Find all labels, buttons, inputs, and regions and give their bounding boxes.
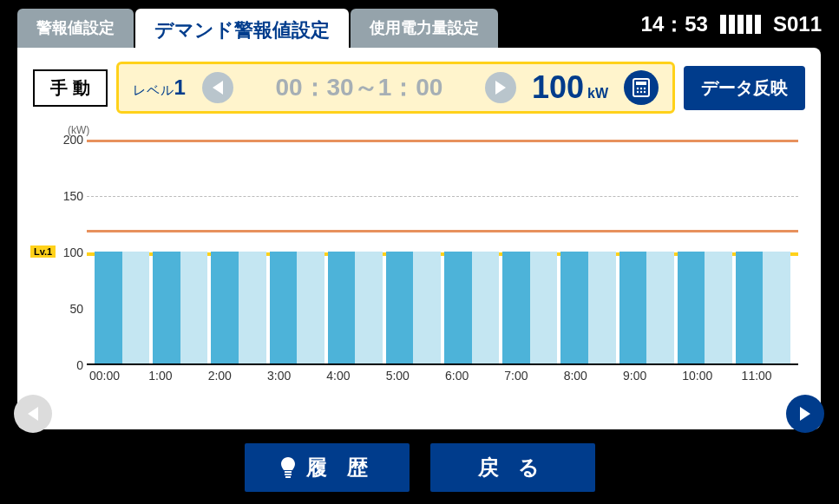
x-tick: 5:00 bbox=[383, 369, 442, 383]
bar-slot bbox=[734, 140, 792, 363]
bar-first-half bbox=[678, 252, 705, 363]
apply-button[interactable]: データ反映 bbox=[684, 66, 805, 110]
control-row: 手 動 レベル1 00：30～1：00 100kW データ反映 bbox=[33, 62, 805, 114]
bar-slot bbox=[384, 140, 442, 363]
svg-point-3 bbox=[640, 88, 642, 89]
time-range-display: 00：30～1：00 bbox=[249, 71, 469, 104]
screen-id: S011 bbox=[773, 12, 822, 36]
x-tick: 7:00 bbox=[501, 369, 560, 383]
chart: (kW) 050100150200 Lv.1 00:001:002:003:00… bbox=[33, 124, 805, 410]
bar-slot bbox=[501, 140, 559, 363]
chart-next-button[interactable] bbox=[786, 395, 824, 433]
calculator-button[interactable] bbox=[624, 70, 659, 105]
bar-slot bbox=[559, 140, 617, 363]
level-selector: レベル1 00：30～1：00 100kW bbox=[116, 62, 675, 114]
bar-slot bbox=[618, 140, 676, 363]
chart-prev-button[interactable] bbox=[14, 395, 52, 433]
bar-first-half bbox=[444, 252, 472, 363]
history-button[interactable]: 履 歴 bbox=[245, 443, 410, 492]
level-marker-badge: Lv.1 bbox=[30, 245, 56, 258]
svg-point-6 bbox=[640, 91, 642, 93]
bar-slot bbox=[676, 140, 734, 363]
time-prev-button[interactable] bbox=[202, 72, 233, 103]
calculator-icon bbox=[633, 78, 650, 97]
svg-point-7 bbox=[644, 91, 646, 93]
bar-group bbox=[93, 140, 792, 363]
tab-bar: 警報値設定 デマンド警報値設定 使用電力量設定 bbox=[17, 9, 500, 52]
x-tick: 9:00 bbox=[620, 369, 679, 383]
bar-first-half bbox=[619, 252, 647, 363]
bar-second-half bbox=[588, 252, 616, 363]
bar-first-half bbox=[211, 252, 239, 363]
signal-icon bbox=[720, 15, 761, 34]
x-tick: 6:00 bbox=[442, 369, 501, 383]
svg-rect-8 bbox=[285, 471, 292, 473]
x-tick: 3:00 bbox=[265, 369, 324, 383]
x-axis-ticks: 00:001:002:003:004:005:006:007:008:009:0… bbox=[87, 369, 798, 383]
status-bar: 14：53 S011 bbox=[641, 10, 822, 38]
tab-alarm-setting[interactable]: 警報値設定 bbox=[17, 9, 134, 52]
svg-point-4 bbox=[644, 88, 646, 89]
bar-slot bbox=[209, 140, 267, 363]
y-tick: 150 bbox=[33, 189, 83, 203]
bar-first-half bbox=[270, 252, 298, 363]
level-label: レベル1 bbox=[133, 75, 187, 100]
tab-demand-alarm-setting[interactable]: デマンド警報値設定 bbox=[135, 9, 349, 52]
bar-second-half bbox=[122, 252, 150, 363]
bar-second-half bbox=[297, 252, 324, 363]
x-tick: 11:00 bbox=[739, 369, 798, 383]
x-tick: 00:00 bbox=[87, 369, 146, 383]
bottom-button-row: 履 歴 戻 る bbox=[0, 443, 839, 492]
bar-second-half bbox=[763, 252, 790, 363]
svg-point-5 bbox=[637, 91, 639, 93]
bar-first-half bbox=[386, 252, 414, 363]
x-tick: 8:00 bbox=[561, 369, 620, 383]
bar-second-half bbox=[530, 252, 558, 363]
time-next-button[interactable] bbox=[485, 72, 516, 103]
tab-power-usage-setting[interactable]: 使用電力量設定 bbox=[351, 9, 498, 52]
bar-slot bbox=[151, 140, 209, 363]
bar-first-half bbox=[95, 252, 122, 363]
bar-first-half bbox=[153, 252, 180, 363]
bar-slot bbox=[93, 140, 151, 363]
bulb-icon bbox=[279, 456, 298, 479]
y-tick: 50 bbox=[33, 302, 83, 316]
plot-area bbox=[87, 140, 798, 365]
y-tick: 0 bbox=[33, 358, 83, 372]
svg-rect-10 bbox=[285, 476, 291, 478]
value-display: 100kW bbox=[532, 69, 608, 106]
bar-second-half bbox=[413, 252, 441, 363]
x-tick: 2:00 bbox=[206, 369, 265, 383]
x-tick: 1:00 bbox=[146, 369, 205, 383]
bar-slot bbox=[326, 140, 384, 363]
svg-point-2 bbox=[637, 88, 639, 89]
bar-slot bbox=[268, 140, 326, 363]
clock: 14：53 bbox=[641, 10, 708, 38]
back-button[interactable]: 戻 る bbox=[430, 443, 595, 492]
svg-rect-1 bbox=[636, 82, 646, 85]
bar-first-half bbox=[502, 252, 530, 363]
bar-second-half bbox=[646, 252, 674, 363]
y-tick: 200 bbox=[33, 133, 83, 147]
bar-second-half bbox=[355, 252, 383, 363]
bar-first-half bbox=[560, 252, 588, 363]
bar-first-half bbox=[328, 252, 356, 363]
bar-second-half bbox=[239, 252, 266, 363]
bar-second-half bbox=[180, 252, 208, 363]
bar-slot bbox=[442, 140, 501, 363]
bar-second-half bbox=[472, 252, 500, 363]
bar-first-half bbox=[736, 252, 764, 363]
main-panel: 手 動 レベル1 00：30～1：00 100kW データ反映 bbox=[17, 48, 821, 429]
x-tick: 10:00 bbox=[679, 369, 738, 383]
mode-indicator[interactable]: 手 動 bbox=[33, 69, 108, 107]
svg-rect-9 bbox=[285, 474, 292, 475]
x-tick: 4:00 bbox=[324, 369, 383, 383]
bar-second-half bbox=[705, 252, 732, 363]
